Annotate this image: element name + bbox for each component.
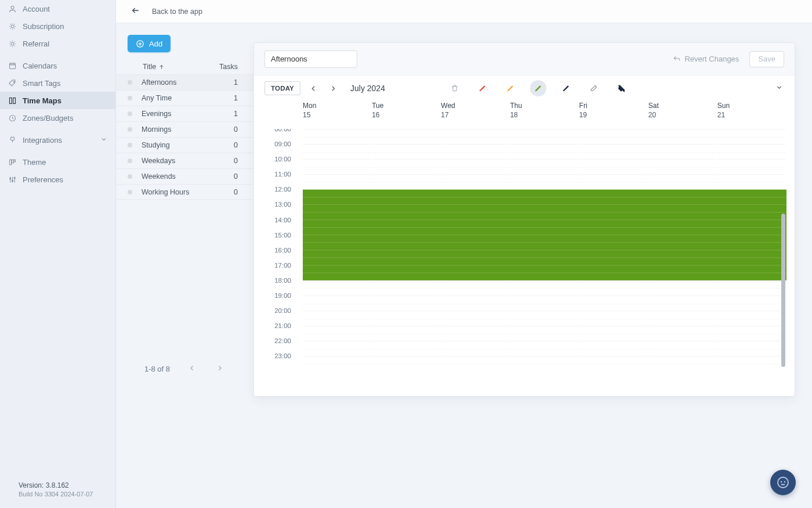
svg-rect-8 <box>10 137 14 140</box>
add-button[interactable]: Add <box>128 35 171 52</box>
col-title-label: Title <box>143 63 156 71</box>
undo-icon <box>673 55 681 63</box>
svg-rect-3 <box>10 63 16 69</box>
back-link[interactable]: Back to the app <box>152 8 202 16</box>
row-dot-icon <box>128 143 132 147</box>
day-header: Mon15Tue16Wed17Thu18Fri19Sat20Sun21 <box>254 101 795 120</box>
month-label: July 2024 <box>350 84 385 93</box>
list-item[interactable]: Weekdays 0 <box>116 153 254 168</box>
sidebar-item-smart-tags[interactable]: Smart Tags <box>0 74 115 92</box>
next-week-button[interactable] <box>326 81 340 95</box>
day-column[interactable] <box>579 129 648 388</box>
list-item[interactable]: Afternoons 1 <box>116 74 254 90</box>
svg-point-17 <box>781 481 782 483</box>
save-button[interactable]: Save <box>749 51 784 67</box>
row-title: Afternoons <box>142 78 226 87</box>
list-item[interactable]: Working Hours 0 <box>116 184 254 200</box>
plus-circle-icon <box>136 39 144 48</box>
day-header-cell: Tue16 <box>372 101 441 120</box>
day-column[interactable] <box>510 129 579 388</box>
calendar-card: Revert Changes Save TODAY July 2024 <box>254 43 795 396</box>
pen-red[interactable] <box>474 80 491 96</box>
chat-robot-icon <box>776 475 790 489</box>
time-label: 12:00 <box>262 186 296 201</box>
sidebar-item-subscription[interactable]: Subscription <box>0 17 115 35</box>
timemap-title-input[interactable] <box>264 51 357 68</box>
day-header-cell: Mon15 <box>303 101 372 120</box>
row-tasks: 1 <box>226 110 238 118</box>
list-item[interactable]: Any Time 1 <box>116 90 254 106</box>
list-item[interactable]: Weekends 0 <box>116 168 254 184</box>
bucket-off-tool[interactable] <box>614 80 630 96</box>
grid-scrollbar[interactable] <box>781 214 785 367</box>
col-tasks[interactable]: Tasks <box>215 63 238 71</box>
day-header-cell: Thu18 <box>510 101 579 120</box>
sidebar-item-integrations[interactable]: Integrations <box>0 131 115 149</box>
bucket-off-icon <box>617 84 626 93</box>
sidebar-item-account[interactable]: Account <box>0 0 115 17</box>
expand-toggle[interactable] <box>775 84 783 93</box>
calendar-header: Revert Changes Save <box>254 43 795 75</box>
row-title: Weekdays <box>142 157 226 165</box>
today-button[interactable]: TODAY <box>264 81 300 95</box>
col-title[interactable]: Title <box>143 63 215 71</box>
pager-prev[interactable] <box>186 362 198 376</box>
eraser-icon <box>589 84 598 93</box>
top-bar: Back to the app <box>116 0 812 23</box>
timemap-list-panel: Add Title Tasks Afternoons 1 Any Time 1 … <box>116 23 254 508</box>
day-column[interactable] <box>441 129 510 388</box>
day-column[interactable] <box>372 129 441 388</box>
delete-tool[interactable] <box>447 80 463 96</box>
list-item[interactable]: Studying 0 <box>116 137 254 153</box>
row-title: Mornings <box>142 125 226 134</box>
revert-changes-button[interactable]: Revert Changes <box>673 55 739 63</box>
sidebar-item-label: Referral <box>23 39 49 48</box>
pen-orange[interactable] <box>502 80 519 96</box>
map-icon <box>8 96 17 105</box>
list-item[interactable]: Evenings 1 <box>116 106 254 121</box>
sidebar-item-time-maps[interactable]: Time Maps <box>0 92 115 109</box>
pager-next[interactable] <box>214 362 226 376</box>
svg-point-18 <box>784 481 786 483</box>
sidebar-item-calendars[interactable]: Calendars <box>0 57 115 74</box>
time-label: 20:00 <box>262 307 296 322</box>
list-item[interactable]: Mornings 0 <box>116 121 254 137</box>
chevron-down-icon <box>100 136 107 145</box>
prev-week-button[interactable] <box>306 81 320 95</box>
time-label: 19:00 <box>262 292 296 307</box>
pen-darkblue[interactable] <box>558 80 574 96</box>
sidebar-item-zones-budgets[interactable]: Zones/Budgets <box>0 109 115 127</box>
time-label: 18:00 <box>262 277 296 292</box>
row-dot-icon <box>128 190 132 194</box>
plug-icon <box>8 136 17 145</box>
time-label: 14:00 <box>262 217 296 232</box>
person-icon <box>8 5 17 13</box>
chat-fab[interactable] <box>770 470 796 495</box>
time-label: 10:00 <box>262 156 296 171</box>
time-label: 21:00 <box>262 322 296 337</box>
svg-rect-6 <box>13 98 16 103</box>
day-column[interactable] <box>717 129 786 388</box>
sidebar-item-preferences[interactable]: Preferences <box>0 171 115 188</box>
sidebar-item-referral[interactable]: Referral <box>0 35 115 52</box>
day-column[interactable] <box>648 129 717 388</box>
sidebar-item-label: Integrations <box>23 136 62 145</box>
sidebar-item-label: Time Maps <box>23 96 61 105</box>
back-arrow-icon[interactable] <box>131 6 140 17</box>
list-rows: Afternoons 1 Any Time 1 Evenings 1 Morni… <box>116 74 254 200</box>
svg-point-1 <box>11 25 14 28</box>
day-header-cell: Sat20 <box>648 101 717 120</box>
day-column[interactable] <box>303 129 372 388</box>
calendar-grid[interactable]: 08:0009:0010:0011:0012:0013:0014:0015:00… <box>262 129 786 388</box>
svg-rect-10 <box>12 160 13 163</box>
sidebar-item-theme[interactable]: Theme <box>0 153 115 171</box>
sun-icon <box>8 22 17 31</box>
row-dot-icon <box>128 158 132 163</box>
tag-icon <box>8 79 17 88</box>
pen-green[interactable] <box>530 80 546 96</box>
pager: 1-8 of 8 <box>116 362 254 376</box>
row-tasks: 1 <box>226 78 238 87</box>
eraser-tool[interactable] <box>586 80 602 96</box>
time-label: 11:00 <box>262 171 296 186</box>
add-button-label: Add <box>149 39 162 48</box>
